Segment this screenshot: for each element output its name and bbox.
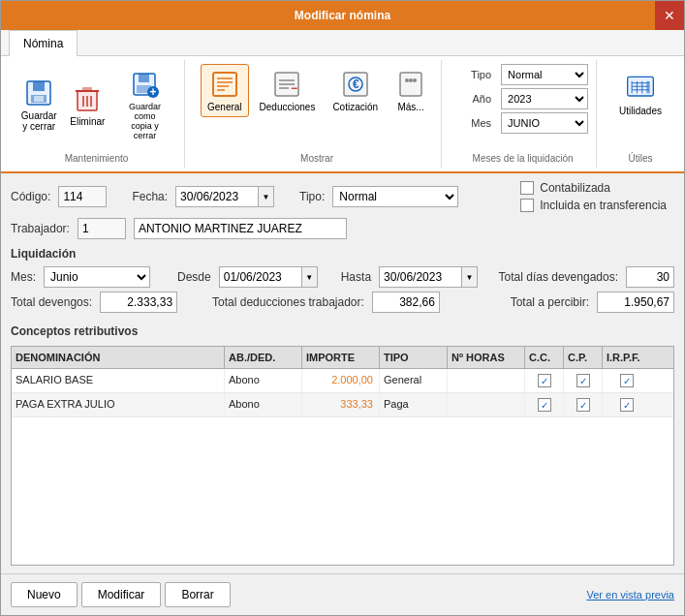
row2-cc[interactable] bbox=[525, 393, 564, 416]
col-cp: C.P. bbox=[564, 347, 603, 368]
deducciones-button[interactable]: − Deducciones bbox=[253, 64, 323, 117]
col-tipo: TIPO bbox=[380, 347, 448, 368]
table-empty-space bbox=[12, 417, 673, 566]
table-header: DENOMINACIÓN AB./DED. IMPORTE TIPO Nº HO… bbox=[12, 347, 673, 369]
cotizacion-label: Cotización bbox=[332, 102, 378, 112]
codigo-input[interactable] bbox=[58, 186, 107, 207]
col-ab-ded: AB./DED. bbox=[225, 347, 302, 368]
general-button[interactable]: General bbox=[201, 64, 249, 117]
svg-rect-3 bbox=[34, 96, 44, 102]
cotizacion-icon: € bbox=[340, 69, 371, 100]
modificar-button[interactable]: Modificar bbox=[81, 582, 162, 607]
col-irpf: I.R.P.F. bbox=[603, 347, 651, 368]
window-title: Modificar nómina bbox=[295, 9, 390, 22]
anio-select[interactable]: 2023 bbox=[501, 88, 588, 109]
transferencia-label: Incluida en transferencia bbox=[540, 199, 667, 212]
hasta-dropdown[interactable]: ▼ bbox=[462, 266, 478, 288]
row1-cc-checkbox[interactable] bbox=[538, 374, 551, 387]
row2-cp-checkbox[interactable] bbox=[576, 398, 590, 412]
row2-denominacion: PAGA EXTRA JULIO bbox=[12, 393, 225, 416]
conceptos-section: Conceptos retributivos bbox=[11, 323, 674, 340]
mes-select[interactable]: ENEROFEBREROMARZOABRILMAYOJUNIOJULIOAGOS… bbox=[501, 112, 588, 134]
borrar-button[interactable]: Borrar bbox=[165, 582, 230, 607]
row1-cc[interactable] bbox=[525, 369, 564, 392]
trabajador-name-input[interactable] bbox=[134, 218, 347, 239]
ribbon-group-mostrar: General − Deducciones bbox=[193, 60, 442, 168]
desde-wrapper: ▼ bbox=[219, 266, 318, 288]
row2-cc-checkbox[interactable] bbox=[538, 398, 551, 412]
mostrar-buttons: General − Deducciones bbox=[201, 64, 433, 117]
tipo-label: Tipo bbox=[457, 69, 491, 80]
total-percibir-input[interactable] bbox=[597, 292, 674, 313]
mas-label: Más... bbox=[397, 102, 423, 112]
svg-text:−: − bbox=[291, 81, 297, 95]
guardar-copia-button[interactable]: + Guardar comocopia y cerrar bbox=[113, 64, 176, 145]
row2-tipo: Paga bbox=[380, 393, 448, 416]
close-button[interactable]: ✕ bbox=[655, 1, 684, 30]
cotizacion-button[interactable]: € Cotización bbox=[326, 64, 385, 117]
table-row[interactable]: SALARIO BASE Abono 2.000,00 General bbox=[12, 369, 673, 393]
preview-link[interactable]: Ver en vista previa bbox=[587, 589, 675, 601]
delete-icon bbox=[72, 83, 103, 114]
conceptos-table: DENOMINACIÓN AB./DED. IMPORTE TIPO Nº HO… bbox=[11, 346, 674, 566]
row2-irpf[interactable] bbox=[603, 393, 651, 416]
total-deducciones-input[interactable] bbox=[372, 292, 440, 313]
lic-row-1: Mes: EneroFebreroMarzoAbrilMayoJunio Des… bbox=[11, 266, 674, 288]
conceptos-title: Conceptos retributivos bbox=[11, 324, 674, 338]
guardar-button[interactable]: Guardary cerrar bbox=[16, 73, 61, 137]
mes-label: Mes bbox=[457, 117, 491, 129]
fecha-input[interactable] bbox=[175, 186, 259, 207]
transferencia-checkbox[interactable] bbox=[520, 199, 534, 212]
desde-input[interactable] bbox=[219, 266, 302, 288]
mostrar-group-label: Mostrar bbox=[300, 149, 333, 164]
row2-importe: 333,33 bbox=[302, 393, 380, 416]
mes-lic-select[interactable]: EneroFebreroMarzoAbrilMayoJunio bbox=[44, 266, 150, 288]
lic-row-2: Total devengos: Total deducciones trabaj… bbox=[11, 292, 674, 313]
total-deducciones-label: Total deducciones trabajador: bbox=[212, 295, 364, 309]
row1-irpf-checkbox[interactable] bbox=[620, 374, 634, 387]
anio-label: Año bbox=[457, 93, 491, 105]
row2-irpf-checkbox[interactable] bbox=[620, 398, 634, 412]
eliminar-label: Eliminar bbox=[70, 116, 105, 127]
total-devengos-input[interactable] bbox=[100, 292, 177, 313]
svg-rect-28 bbox=[400, 73, 421, 96]
svg-text:+: + bbox=[149, 85, 156, 99]
mantenimiento-buttons: Guardary cerrar Eliminar bbox=[16, 64, 176, 145]
row2-cp[interactable] bbox=[564, 393, 603, 416]
col-horas: Nº HORAS bbox=[448, 347, 525, 368]
main-content: Código: Fecha: ▼ Tipo: NormalExtraAtraso… bbox=[1, 173, 684, 573]
row2-ab-ded: Abono bbox=[225, 393, 302, 416]
contabilizada-row: Contabilizada bbox=[520, 181, 667, 195]
tipo-form-label: Tipo: bbox=[299, 190, 325, 203]
svg-rect-15 bbox=[213, 73, 236, 96]
dias-input[interactable] bbox=[626, 266, 674, 288]
tab-nomina[interactable]: Nómina bbox=[9, 30, 78, 56]
contabilizada-label: Contabilizada bbox=[540, 181, 610, 195]
svg-rect-11 bbox=[139, 74, 149, 82]
desde-dropdown[interactable]: ▼ bbox=[302, 266, 318, 288]
liquidacion-title: Liquidación bbox=[11, 247, 674, 261]
contabilizada-checkbox[interactable] bbox=[520, 181, 534, 195]
deducciones-label: Deducciones bbox=[260, 102, 316, 112]
hasta-wrapper: ▼ bbox=[379, 266, 478, 288]
row1-irpf[interactable] bbox=[603, 369, 651, 392]
trabajador-id-input[interactable] bbox=[78, 218, 126, 239]
transferencia-row: Incluida en transferencia bbox=[520, 199, 667, 212]
eliminar-button[interactable]: Eliminar bbox=[65, 78, 109, 132]
tipo-select[interactable]: Normal Extra Atraso bbox=[501, 64, 588, 85]
row1-cp-checkbox[interactable] bbox=[576, 374, 590, 387]
mas-button[interactable]: Más... bbox=[389, 64, 433, 117]
row1-cp[interactable] bbox=[564, 369, 603, 392]
col-cc: C.C. bbox=[525, 347, 564, 368]
svg-rect-1 bbox=[33, 81, 45, 91]
utilidades-button[interactable]: Utilidades bbox=[612, 68, 669, 121]
nuevo-button[interactable]: Nuevo bbox=[11, 582, 78, 607]
hasta-input[interactable] bbox=[379, 266, 462, 288]
tipo-row: Tipo Normal Extra Atraso bbox=[457, 64, 588, 85]
table-row[interactable]: PAGA EXTRA JULIO Abono 333,33 Paga bbox=[12, 393, 673, 417]
tipo-form-select[interactable]: NormalExtraAtraso bbox=[332, 186, 458, 207]
svg-point-29 bbox=[405, 78, 409, 82]
save-icon bbox=[23, 77, 54, 108]
form-row-2: Trabajador: bbox=[11, 218, 674, 239]
fecha-dropdown[interactable]: ▼ bbox=[259, 186, 274, 207]
